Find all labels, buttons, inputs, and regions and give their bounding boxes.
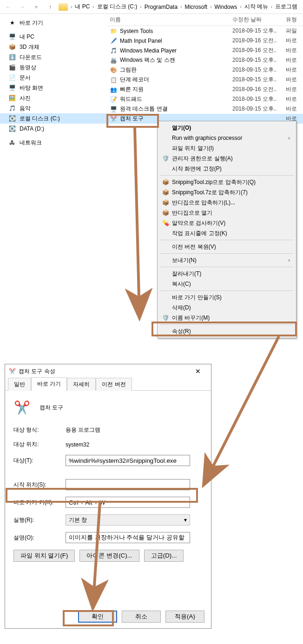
download-icon: ⬇️ [8,53,16,61]
back-button[interactable]: ← [3,1,14,13]
file-row[interactable]: 📋단계 레코더2018-09-15 오후..바로 [107,75,303,85]
close-button[interactable]: ✕ [189,365,207,378]
shield-icon: 🛡️ [162,155,169,162]
ctx-restore[interactable]: 이전 버전 복원(V) [159,242,295,252]
chevron-down-icon: ▾ [184,517,187,523]
file-row[interactable]: 🖊️Math Input Panel2018-09-16 오전..바로 [107,36,303,46]
file-row[interactable]: 📁System Tools2018-09-15 오후..파일 [107,26,303,36]
file-icon: 👥 [110,86,117,93]
file-icon: 🎵 [110,47,117,54]
nav-3d-objects[interactable]: 📦3D 개체 [0,42,107,52]
file-type: 바로 [286,37,303,45]
ctx-copy[interactable]: 복사(C) [159,279,295,289]
dropdown-nav-icon[interactable]: ▾ [31,1,42,13]
file-name: System Tools [120,28,153,34]
ctx-sendto[interactable]: 보내기(N) [159,255,295,265]
ok-button[interactable]: 확인 [78,611,117,623]
nav-network[interactable]: 🖧네트워크 [0,138,107,148]
file-row[interactable]: 👥빠른 지원2018-09-16 오전..바로 [107,85,303,94]
nav-desktop[interactable]: 🖥️바탕 화면 [0,83,107,93]
up-button[interactable]: ↑ [45,1,56,13]
nav-quick-access[interactable]: ★바로 가기 [0,18,107,28]
ctx-pin-taskbar[interactable]: 작업 표시줄에 고정(K) [159,228,295,238]
file-name: 단계 레코더 [120,76,149,84]
file-date: 2018-09-15 오후.. [232,56,286,64]
nav-music[interactable]: 🎵음악 [0,103,107,113]
ctx-run-admin[interactable]: 🛡️관리자 권한으로 실행(A) [159,153,295,164]
file-type: 바로 [286,95,303,103]
label-target: 대상(T): [13,457,66,465]
start-in-input[interactable] [66,479,190,490]
label-run: 실행(R): [13,516,66,524]
ctx-open[interactable]: 열기(O) [159,123,295,133]
ctx-bandizip[interactable]: 📦반디집으로 압축하기(L)... [159,197,295,208]
open-location-button[interactable]: 파일 위치 열기(F) [13,550,75,562]
ctx-scan[interactable]: 💊알약으로 검사하기(V) [159,218,295,228]
ctx-cut[interactable]: 잘라내기(T) [159,269,295,279]
ctx-rename[interactable]: 🛡️이름 바꾸기(M) [159,313,295,323]
label-target-type: 대상 형식: [13,426,66,434]
tab-details[interactable]: 자세히 [67,378,96,391]
desktop-icon: 🖥️ [8,84,16,92]
file-row[interactable]: 🖥️원격 데스크톱 연결2018-09-15 오후..바로 [107,104,303,114]
label-start-in: 시작 위치(S): [13,481,66,489]
forward-button[interactable]: → [17,1,28,13]
file-row[interactable]: 🖨️Windows 팩스 및 스캔2018-09-15 오후..바로 [107,55,303,65]
ctx-zip[interactable]: 📦SnippingTool.zip으로 압축하기(Q) [159,177,295,187]
file-type: 바로 [286,56,303,64]
file-icon: 🖨️ [110,57,117,64]
value-target-type: 응용 프로그램 [66,426,203,434]
ctx-properties[interactable]: 속성(R) [159,326,295,336]
app-name: 캡처 도구 [40,404,63,412]
nav-this-pc[interactable]: 🖥️내 PC [0,32,107,42]
file-row[interactable]: 🎨그림판2018-09-15 오후..바로 [107,65,303,75]
advanced-button[interactable]: 고급(D)... [144,550,184,562]
tab-previous[interactable]: 이전 버전 [96,378,132,391]
file-date: 2018-09-16 오전.. [232,46,286,54]
dialog-title: 캡처 도구 속성 [19,368,55,375]
file-icon: 🖊️ [110,37,117,45]
archive-icon: 📦 [162,178,169,186]
ctx-open-location[interactable]: 파일 위치 열기(I) [159,143,295,153]
nav-documents[interactable]: 📄문서 [0,72,107,83]
column-headers[interactable]: 이름 수정한 날짜 유형 [107,14,303,26]
cancel-button[interactable]: 취소 [122,611,161,623]
ctx-create-shortcut[interactable]: 바로 가기 만들기(S) [159,292,295,302]
file-type: 바로 [286,105,303,113]
file-icon: 🎨 [110,66,117,74]
nav-videos[interactable]: 🎬동영상 [0,62,107,72]
nav-d-drive[interactable]: 💽DATA (D:) [0,124,107,134]
file-date: 2018-09-15 오후.. [232,95,286,103]
ctx-graphics[interactable]: Run with graphics processor [159,133,295,143]
col-date: 수정한 날짜 [232,16,286,24]
file-row[interactable]: 📝워드패드2018-09-15 오후..바로 [107,94,303,104]
description-input[interactable] [66,532,190,543]
label-description: 설명(O): [13,534,66,542]
shortcut-key-input[interactable] [66,497,190,508]
ctx-pin-start[interactable]: 시작 화면에 고정(P) [159,164,295,174]
ctx-bandizip-open[interactable]: 📦반디집으로 열기 [159,208,295,218]
ctx-delete[interactable]: 삭제(D) [159,302,295,313]
value-target-location: system32 [66,441,203,448]
ctx-7z[interactable]: 📦SnippingTool.7z로 압축하기(7) [159,187,295,197]
target-input[interactable] [66,455,190,466]
file-name: Windows Media Player [120,47,177,54]
file-date: 2018-09-15 오후.. [232,76,286,84]
nav-downloads[interactable]: ⬇️다운로드 [0,52,107,62]
label-target-location: 대상 위치: [13,440,66,448]
breadcrumb[interactable]: ›내 PC ›로컬 디스크 (C:) ›ProgramData ›Microso… [71,2,300,12]
change-icon-button[interactable]: 아이콘 변경(C)... [79,550,139,562]
file-row[interactable]: 🎵Windows Media Player2018-09-16 오전..바로 [107,46,303,55]
file-name: 그림판 [120,66,137,74]
file-type: 바로 [286,66,303,74]
file-icon: 📋 [110,76,117,84]
run-select[interactable]: 기본 창▾ [66,514,190,526]
file-type: 바로 [286,46,303,54]
tab-general[interactable]: 일반 [8,378,31,391]
nav-c-drive[interactable]: 💽로컬 디스크 (C:) [0,113,107,124]
scissors-icon: ✂️ [9,368,16,375]
tab-shortcut[interactable]: 바로 가기 [31,377,67,391]
context-menu: 열기(O) Run with graphics processor 파일 위치 … [157,121,296,338]
apply-button[interactable]: 적용(A) [165,611,204,623]
nav-pictures[interactable]: 🖼️사진 [0,93,107,103]
